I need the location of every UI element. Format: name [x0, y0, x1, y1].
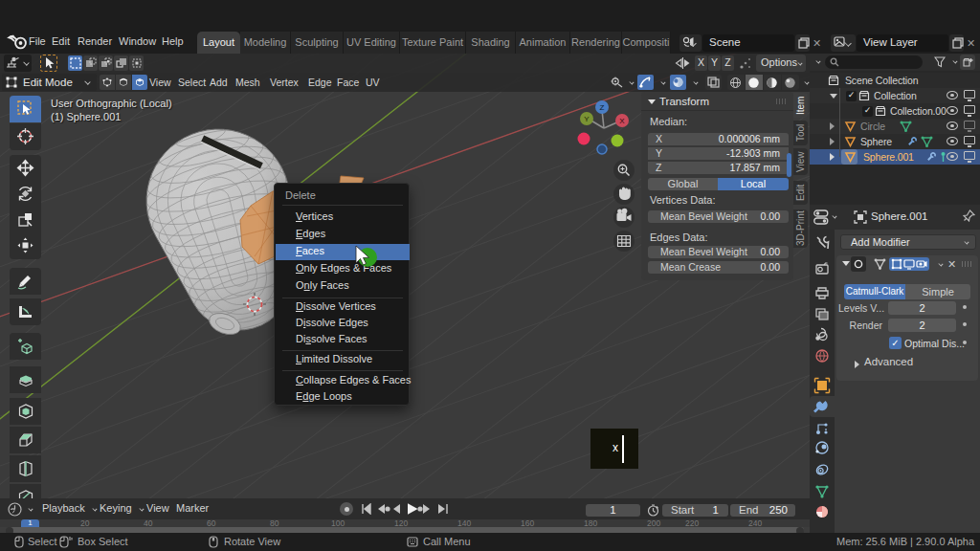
svg-text:X: X [619, 117, 625, 125]
svg-text:Y: Y [584, 115, 590, 123]
svg-text:Z: Z [600, 103, 605, 112]
